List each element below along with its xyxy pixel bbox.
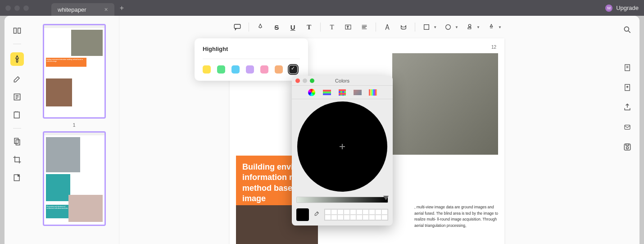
search-icon[interactable] [622,25,632,35]
copy-tool-icon[interactable] [12,137,22,147]
color-mode-tabs [292,86,393,99]
svg-text:T: T [347,26,349,29]
crop-tool-icon[interactable] [12,155,22,165]
swatch-green[interactable] [217,65,225,74]
reading-mode-icon[interactable] [12,26,22,36]
export-panel-icon[interactable] [622,83,632,92]
color-swatches [203,65,300,74]
svg-rect-5 [234,24,240,28]
new-tab-button[interactable]: + [120,4,124,12]
close-icon[interactable] [295,78,300,83]
eyedropper-icon[interactable] [313,211,321,219]
upgrade-button[interactable]: Upgrade [616,5,639,11]
document-tab[interactable]: whitepaper × [51,3,114,16]
color-pencils-tab[interactable] [368,88,378,97]
svg-point-10 [468,24,471,27]
rect-shape-icon[interactable] [422,22,431,32]
tab-title: whitepaper [58,6,86,13]
swatch-blue[interactable] [231,65,240,74]
svg-rect-3 [16,140,19,145]
page-number: 12 [491,45,496,50]
page-image-building [392,53,498,155]
thumb-number: 1 [73,122,75,128]
zoom-icon[interactable] [310,78,314,83]
highlight-color-icon[interactable] [255,22,265,32]
brightness-slider[interactable] [296,197,388,203]
annotation-toolbar: S U T T T ▼ ▼ ▼ ▼ [119,16,615,38]
chevron-down-icon[interactable]: ▼ [476,25,480,29]
swatch-pink[interactable] [260,65,268,74]
chevron-down-icon[interactable]: ▼ [433,25,437,29]
circle-shape-icon[interactable] [443,22,453,32]
body-text-right: , multi-view image data are ground image… [414,204,498,229]
color-wheel-area[interactable] [292,99,393,194]
page-thumbnail-2[interactable]: Preservation and inheritance of architec… [43,131,106,226]
slider-thumb[interactable] [383,196,389,200]
svg-rect-2 [14,138,18,144]
crosshair-icon [340,144,345,149]
current-color-swatch[interactable] [296,208,309,221]
paragraph-icon[interactable] [359,22,369,32]
note-tool-icon[interactable] [12,110,22,120]
strikethrough-icon[interactable]: S [272,22,281,32]
svg-rect-8 [424,25,429,30]
shape-a-icon[interactable] [382,22,392,32]
textbox-icon[interactable]: T [343,22,353,32]
signature-icon[interactable] [486,22,496,32]
comment-icon[interactable] [232,22,242,32]
mail-icon[interactable] [622,122,632,132]
left-tool-rail [5,16,29,244]
mask-icon[interactable] [399,22,408,32]
close-tab-icon[interactable]: × [104,6,108,13]
color-wheel[interactable] [297,101,387,192]
chevron-down-icon[interactable]: ▼ [455,25,458,29]
share-icon[interactable] [622,102,632,112]
svg-rect-1 [14,112,19,118]
highlight-popover: Highlight [195,38,308,81]
color-sliders-tab[interactable] [322,88,332,97]
window-titlebar: whitepaper × + M Upgrade [0,0,644,16]
text-style-icon[interactable]: T [304,22,314,32]
swatch-purple[interactable] [246,65,254,74]
avatar[interactable]: M [605,5,612,12]
color-wheel-tab[interactable] [307,88,317,97]
outline-panel-icon[interactable] [622,63,632,73]
page-thumbnail-1[interactable]: Building environment information modelin… [43,24,106,119]
color-window-title: Colors [335,78,349,83]
stamp-icon[interactable] [465,22,475,32]
chevron-down-icon[interactable]: ▼ [498,25,502,29]
traffic-lights [5,5,29,11]
pen-tool-icon[interactable] [12,74,22,84]
thumbnail-panel: Building environment information modelin… [29,16,119,244]
underline-icon[interactable]: U [288,22,298,32]
svg-point-16 [626,147,628,149]
color-picker-titlebar[interactable]: Colors [292,76,393,86]
swatch-orange[interactable] [275,65,283,74]
swatch-black[interactable] [289,65,297,74]
popover-title: Highlight [203,46,300,52]
color-picker-window[interactable]: Colors [292,76,393,226]
highlighter-tool-icon[interactable] [10,52,24,66]
text-tool-icon[interactable] [12,92,22,102]
minimize-icon[interactable] [303,78,307,83]
swatch-yellow[interactable] [203,65,211,74]
color-image-tab[interactable] [353,88,363,97]
text-insert-icon[interactable]: T [327,22,337,32]
minimize-window[interactable] [14,5,20,11]
svg-point-9 [446,25,451,30]
extract-tool-icon[interactable] [12,173,22,183]
zoom-window[interactable] [23,5,29,11]
svg-point-11 [624,27,629,31]
color-palette-tab[interactable] [337,88,347,97]
close-window[interactable] [5,5,11,11]
save-icon[interactable] [622,142,632,152]
svg-rect-17 [626,144,629,145]
right-tool-rail [615,16,639,244]
saved-colors-palette[interactable] [324,209,388,221]
